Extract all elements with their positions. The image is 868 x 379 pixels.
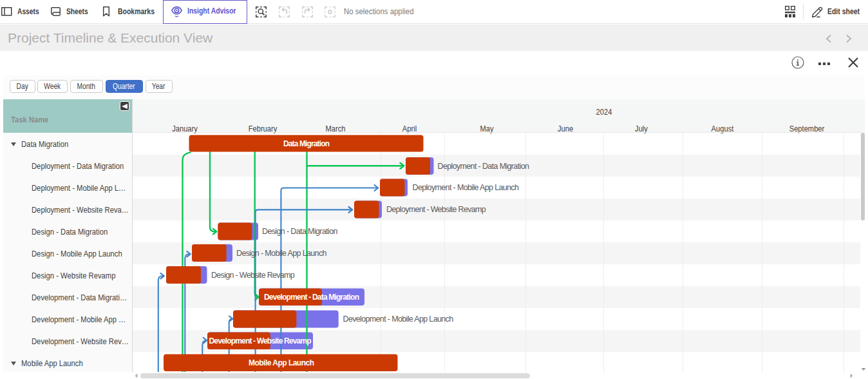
- svg-text:Development - Data Migration: Development - Data Migration: [264, 293, 359, 302]
- svg-text:Mobile App Launch: Mobile App Launch: [249, 358, 314, 367]
- svg-text:Development - Website Revamp: Development - Website Revamp: [209, 336, 312, 345]
- svg-text:Design - Data Migration: Design - Data Migration: [262, 227, 338, 236]
- svg-text:Deployment - Data Migration: Deployment - Data Migration: [438, 162, 529, 171]
- svg-text:Deployment - Mobile App Launch: Deployment - Mobile App Launch: [413, 183, 519, 192]
- svg-text:Deployment - Website Revamp: Deployment - Website Revamp: [386, 205, 486, 214]
- svg-text:Design - Mobile App Launch: Design - Mobile App Launch: [236, 249, 327, 258]
- svg-text:Design - Website Revamp: Design - Website Revamp: [211, 271, 295, 280]
- svg-text:Development - Mobile App Launc: Development - Mobile App Launch: [343, 315, 454, 324]
- svg-text:Data Migration: Data Migration: [283, 139, 330, 148]
